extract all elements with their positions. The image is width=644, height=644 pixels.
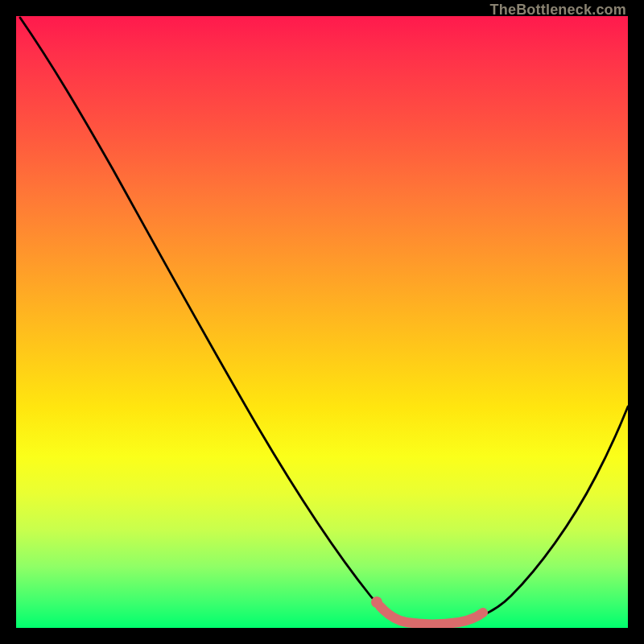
chart-svg bbox=[16, 16, 628, 628]
chart-frame: TheBottleneck.com bbox=[0, 0, 644, 644]
highlight-start-dot bbox=[371, 597, 382, 608]
bottleneck-curve bbox=[20, 18, 628, 624]
plot-area bbox=[16, 16, 628, 628]
watermark-label: TheBottleneck.com bbox=[490, 2, 626, 19]
highlight-segment bbox=[380, 606, 483, 624]
